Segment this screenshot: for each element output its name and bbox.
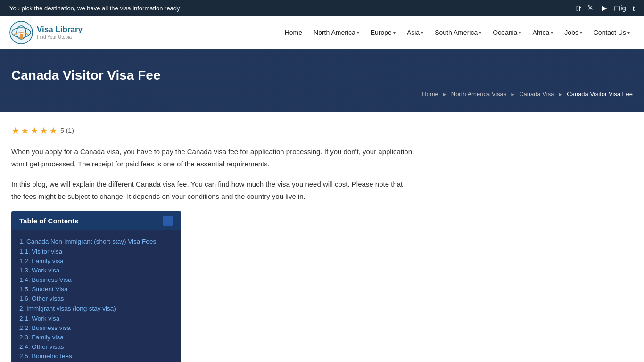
instagram-icon[interactable]: ▢ig [614, 4, 626, 12]
toc-link-1-4[interactable]: 1.4. Business Visa [19, 276, 72, 283]
article-para-2: In this blog, we will explain the differ… [11, 178, 413, 202]
breadcrumb-canada-visa[interactable]: Canada Visa [519, 90, 554, 98]
toc-item-1-1: 1.1. Visitor visa [19, 247, 173, 255]
toc-link-2-5[interactable]: 2.5. Biometric fees [19, 353, 72, 360]
toc-section-2-link[interactable]: 2. Immigrant visas (long-stay visa) [19, 305, 116, 312]
toc-link-2-3[interactable]: 2.3. Family visa [19, 334, 64, 341]
nav-item-africa[interactable]: Africa ▾ [528, 25, 558, 40]
toc-section-2-sub: 2.1. Work visa 2.2. Business visa 2.3. F… [19, 314, 173, 360]
hero-banner: Canada Visitor Visa Fee Home ► North Ame… [0, 49, 644, 112]
top-bar: You pick the destination, we have all th… [0, 0, 644, 16]
table-of-contents: Table of Contents ≡ 1. Canada Non-immigr… [11, 211, 181, 362]
chevron-down-icon: ▾ [357, 30, 359, 35]
toc-item-2-2: 2.2. Business visa [19, 323, 173, 331]
breadcrumb-home[interactable]: Home [422, 90, 438, 98]
main-content: ★ ★ ★ ★ ★ 5 (1) When you apply for a Can… [0, 112, 424, 362]
toc-section-1-sub: 1.1. Visitor visa 1.2. Family visa 1.3. … [19, 247, 173, 302]
star-3: ★ [30, 125, 39, 136]
star-rating: ★ ★ ★ ★ ★ [11, 125, 58, 136]
chevron-down-icon: ▾ [393, 30, 396, 35]
breadcrumb-north-america-visas[interactable]: North America Visas [451, 90, 507, 98]
breadcrumb-sep-2: ► [510, 91, 515, 97]
star-5: ★ [49, 125, 58, 136]
toc-link-2-4[interactable]: 2.4. Other visas [19, 343, 64, 350]
toc-item-1-4: 1.4. Business Visa [19, 275, 173, 283]
nav-item-south-america[interactable]: South America ▾ [430, 25, 486, 40]
toc-section-1: 1. Canada Non-immigrant (short-stay) Vis… [19, 237, 173, 302]
tumblr-icon[interactable]: t [633, 4, 635, 12]
breadcrumb: Home ► North America Visas ► Canada Visa… [11, 90, 633, 98]
toc-link-2-2[interactable]: 2.2. Business visa [19, 324, 71, 331]
toc-title: Table of Contents [19, 217, 79, 225]
toc-header: Table of Contents ≡ [12, 211, 181, 230]
toc-item-2-3: 2.3. Family visa [19, 333, 173, 341]
toc-section-1-link[interactable]: 1. Canada Non-immigrant (short-stay) Vis… [19, 238, 156, 245]
chevron-down-icon: ▾ [580, 30, 582, 35]
chevron-down-icon: ▾ [551, 30, 553, 35]
toc-body: 1. Canada Non-immigrant (short-stay) Vis… [12, 230, 181, 362]
youtube-icon[interactable]: ▶ [602, 4, 607, 12]
star-4: ★ [40, 125, 48, 136]
nav-item-home[interactable]: Home [280, 25, 307, 40]
toc-item-2-5: 2.5. Biometric fees [19, 352, 173, 360]
main-nav: Home North America ▾ Europe ▾ Asia ▾ Sou… [99, 25, 635, 40]
nav-item-europe[interactable]: Europe ▾ [366, 25, 400, 40]
page-title: Canada Visitor Visa Fee [11, 68, 633, 83]
logo-subtitle: Find Your Utopia [37, 34, 83, 40]
toc-item-2-1: 2.1. Work visa [19, 314, 173, 322]
nav-item-oceania[interactable]: Oceania ▾ [488, 25, 526, 40]
logo[interactable]: Visa Library Find Your Utopia [9, 21, 85, 44]
toc-link-1-1[interactable]: 1.1. Visitor visa [19, 248, 62, 255]
toc-link-1-6[interactable]: 1.6. Other visas [19, 295, 64, 302]
article-para-1: When you apply for a Canada visa, you ha… [11, 146, 413, 170]
toc-item-1-2: 1.2. Family visa [19, 256, 173, 264]
chevron-down-icon: ▾ [479, 30, 481, 35]
social-icons-group: f 𝕏t ▶ ▢ig t [576, 4, 635, 12]
star-2: ★ [21, 125, 29, 136]
site-header: Visa Library Find Your Utopia Home North… [0, 16, 644, 49]
nav-item-contact-us[interactable]: Contact Us ▾ [589, 25, 635, 40]
rating-score: 5 (1) [60, 127, 74, 134]
breadcrumb-sep-3: ► [558, 91, 563, 97]
toc-link-1-3[interactable]: 1.3. Work visa [19, 267, 59, 274]
toc-section-2: 2. Immigrant visas (long-stay visa) 2.1.… [19, 304, 173, 360]
nav-item-north-america[interactable]: North America ▾ [309, 25, 364, 40]
toc-item-1-5: 1.5. Student Visa [19, 285, 173, 293]
toc-item-1-3: 1.3. Work visa [19, 266, 173, 274]
twitter-icon[interactable]: 𝕏t [587, 4, 595, 12]
rating-row: ★ ★ ★ ★ ★ 5 (1) [11, 125, 413, 136]
toc-list: 1. Canada Non-immigrant (short-stay) Vis… [19, 237, 173, 360]
toc-toggle-button[interactable]: ≡ [163, 216, 173, 226]
breadcrumb-current: Canada Visitor Visa Fee [567, 90, 633, 98]
nav-item-jobs[interactable]: Jobs ▾ [560, 25, 587, 40]
chevron-down-icon: ▾ [519, 30, 521, 35]
logo-title: Visa Library [37, 25, 83, 34]
toc-item-1-6: 1.6. Other visas [19, 294, 173, 302]
top-bar-tagline: You pick the destination, we have all th… [9, 5, 180, 12]
logo-icon [9, 21, 33, 44]
breadcrumb-sep-1: ► [442, 91, 447, 97]
facebook-icon[interactable]: f [576, 4, 581, 12]
chevron-down-icon: ▾ [421, 30, 423, 35]
toc-link-1-2[interactable]: 1.2. Family visa [19, 257, 64, 264]
toc-link-2-1[interactable]: 2.1. Work visa [19, 315, 59, 322]
chevron-down-icon: ▾ [627, 30, 630, 35]
nav-item-asia[interactable]: Asia ▾ [402, 25, 428, 40]
toc-item-2-4: 2.4. Other visas [19, 342, 173, 350]
toc-link-1-5[interactable]: 1.5. Student Visa [19, 286, 68, 293]
svg-rect-3 [20, 34, 23, 39]
star-1: ★ [11, 125, 20, 136]
